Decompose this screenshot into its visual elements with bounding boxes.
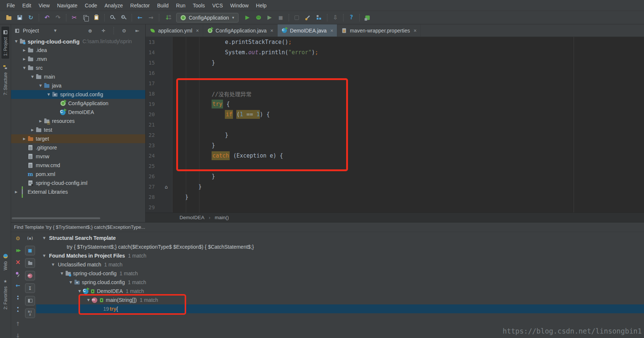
close-tab-icon[interactable]: ×: [270, 28, 273, 34]
project-tree-item-gitignore[interactable]: .gitignore: [11, 143, 145, 152]
chevron-down-icon[interactable]: ▼: [13, 39, 19, 43]
tab-configapplication-java[interactable]: ConfigApplication.java×: [203, 24, 278, 37]
close-tab-icon[interactable]: ×: [414, 28, 417, 34]
plugin-button[interactable]: [363, 13, 373, 23]
project-tree-item-mvnw[interactable]: mvnw: [11, 152, 145, 161]
project-tree-item-pom-xml[interactable]: mpom.xml: [11, 170, 145, 179]
chevron-down-icon[interactable]: ▼: [54, 29, 57, 32]
project-tree-item-external-libraries[interactable]: ▶External Libraries: [11, 187, 145, 196]
chevron-right-icon[interactable]: ▶: [38, 119, 43, 123]
result-unclassified-match[interactable]: ▼Unclassified match1 match: [36, 260, 644, 269]
menu-edit[interactable]: Edit: [19, 3, 35, 8]
menu-analyze[interactable]: Analyze: [101, 3, 127, 8]
code-line-25[interactable]: 25: [146, 161, 644, 171]
tool-window-button-1-project[interactable]: 1: Project: [1, 27, 9, 59]
chevron-right-icon[interactable]: ▶: [21, 48, 27, 52]
chevron-down-icon[interactable]: ▼: [50, 263, 56, 266]
wrench-button[interactable]: [303, 13, 313, 23]
debug-button[interactable]: [254, 13, 264, 23]
settings-button[interactable]: ⚙: [13, 234, 22, 243]
box-export-button[interactable]: ↧: [25, 283, 35, 293]
box-sort-button[interactable]: a↓z: [25, 308, 35, 318]
divide-button[interactable]: ÷: [98, 26, 108, 35]
project-tree-item-target[interactable]: ▶target: [11, 134, 145, 143]
box-blue-button[interactable]: ■: [25, 246, 35, 255]
chevron-right-icon[interactable]: ▶: [21, 57, 27, 61]
chevron-down-icon[interactable]: ▼: [86, 298, 91, 302]
help-button[interactable]: ?: [347, 13, 356, 23]
menu-code[interactable]: Code: [81, 3, 101, 8]
scrollbar-thumb[interactable]: [12, 217, 100, 219]
project-tree-item-spring-cloud-config-iml[interactable]: spring-cloud-config.iml: [11, 179, 145, 187]
code-line-13[interactable]: 13 e.printStackTrace();: [146, 37, 644, 47]
project-tree-item-java[interactable]: ▼java: [11, 81, 145, 90]
code-editor[interactable]: 13 e.printStackTrace();14 System.out.pri…: [146, 37, 644, 213]
hide-button[interactable]: ⇤: [132, 26, 142, 35]
tab-application-yml[interactable]: application.yml×: [146, 24, 203, 37]
code-line-22[interactable]: 22 }: [146, 130, 644, 140]
down-button[interactable]: ↓: [13, 331, 22, 338]
close-tab-icon[interactable]: ×: [196, 28, 199, 34]
menu-file[interactable]: File: [3, 3, 19, 8]
project-tree-item-configapplication[interactable]: ConfigApplication: [11, 99, 145, 108]
code-line-19[interactable]: 19 try {: [146, 99, 644, 109]
code-line-28[interactable]: 28}: [146, 192, 644, 202]
code-line-14[interactable]: 14 System.out.println("error");: [146, 47, 644, 58]
result-structural-search-template[interactable]: ▼Structural Search Template: [36, 234, 644, 242]
result-main-string[interactable]: ▼mmain(String[])1 match: [36, 296, 644, 304]
code-line-27[interactable]: 27⌂ }: [146, 182, 644, 192]
menu-tools[interactable]: Tools: [189, 3, 209, 8]
menu-window[interactable]: Window: [227, 3, 253, 8]
code-line-21[interactable]: 21: [146, 120, 644, 130]
tab-maven-wrapper-properties[interactable]: maven-wrapper.properties×: [337, 24, 421, 37]
code-line-18[interactable]: 18 //没有处理异常: [146, 89, 644, 99]
menu-view[interactable]: View: [35, 3, 53, 8]
close-button[interactable]: ×: [13, 258, 22, 266]
tab-demoidea-java[interactable]: CDemoIDEA.java×: [278, 24, 338, 37]
forward-button[interactable]: →: [146, 13, 156, 23]
project-tree-item-idea[interactable]: ▶.idea: [11, 46, 145, 55]
result-try-trystatement-catch-exceptiontype-exception-catchstatement[interactable]: try { $TryStatement$;} catch($ExceptionT…: [36, 242, 644, 251]
result-spring-cloud-config[interactable]: ▼spring-cloud-config1 match: [36, 269, 644, 278]
menu-help[interactable]: Help: [252, 3, 270, 8]
menu-navigate[interactable]: Navigate: [53, 3, 81, 8]
rerun-button[interactable]: ▶▶: [13, 246, 22, 255]
chevron-right-icon[interactable]: ▶: [13, 190, 19, 194]
collapse-button[interactable]: ▼▲: [13, 305, 22, 314]
back-button[interactable]: ←: [13, 281, 22, 290]
coverage-button[interactable]: ▶: [265, 13, 275, 23]
menu-vcs[interactable]: VCS: [209, 3, 227, 8]
chevron-down-icon[interactable]: ▼: [29, 75, 35, 79]
breadcrumb-method[interactable]: main(): [215, 215, 229, 220]
sync-button[interactable]: ↻: [26, 13, 36, 23]
profile-button[interactable]: [292, 13, 302, 23]
code-line-17[interactable]: 17: [146, 78, 644, 89]
project-tree-item-src[interactable]: ▼src: [11, 63, 145, 72]
box-module-button[interactable]: m: [25, 271, 35, 280]
chevron-down-icon[interactable]: ▼: [46, 93, 52, 96]
close-tab-icon[interactable]: ×: [330, 28, 333, 34]
match-line[interactable]: 19 try {: [36, 304, 644, 313]
locate-button[interactable]: ⊕: [85, 26, 95, 35]
chevron-down-icon[interactable]: ▼: [38, 84, 43, 87]
stop-button[interactable]: ■: [276, 13, 286, 23]
box-layout-button[interactable]: [25, 296, 35, 306]
project-tree-item-mvnw-cmd[interactable]: mvnw.cmd: [11, 161, 145, 170]
project-tree-item-mvn[interactable]: ▶.mvn: [11, 55, 145, 63]
up-button[interactable]: ↑: [13, 320, 22, 328]
expand-button[interactable]: ▲▼: [13, 293, 22, 302]
tool-window-button-web[interactable]: Web: [1, 251, 9, 273]
redo-button[interactable]: ↷: [53, 13, 63, 23]
menu-refactor[interactable]: Refactor: [126, 3, 153, 8]
project-tree-item-resources[interactable]: ▶resources: [11, 117, 145, 125]
chevron-down-icon[interactable]: ▼: [77, 289, 83, 293]
run-button[interactable]: ▶: [243, 13, 253, 23]
download-button[interactable]: ⇩: [330, 13, 340, 23]
undo-button[interactable]: ↶: [42, 13, 52, 23]
project-tree-item-demoidea[interactable]: CDemoIDEA: [11, 108, 145, 117]
replace-button[interactable]: A: [119, 13, 129, 23]
tool-window-button-7-structure[interactable]: 7: Structure: [1, 62, 9, 98]
chevron-down-icon[interactable]: ▼: [68, 280, 74, 284]
paste-button[interactable]: [91, 13, 101, 23]
box-folder-button[interactable]: [25, 258, 35, 268]
